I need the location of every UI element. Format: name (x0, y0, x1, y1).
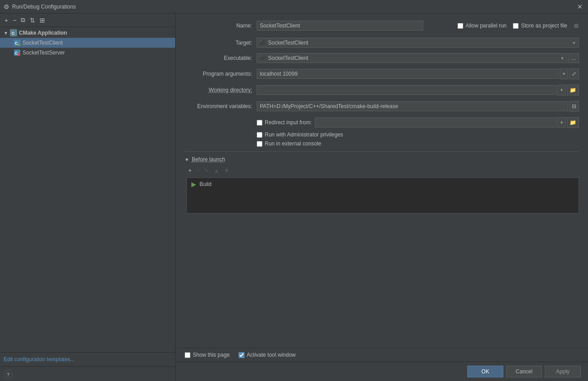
svg-text:C: C (12, 31, 15, 36)
show-this-page-label: Show this page (193, 352, 230, 358)
right-panel: Name: Allow parallel run Store as projec… (176, 14, 588, 381)
settings-gear-icon[interactable]: ⚙ (574, 23, 579, 29)
cmake-client-icon: C (14, 39, 21, 46)
env-vars-input-area: ⊟ (257, 101, 579, 112)
name-label: Name: (185, 23, 257, 29)
launch-remove-button[interactable]: − (194, 166, 202, 175)
working-dir-input-area: + 📁 (257, 85, 579, 95)
tree-group-cmake[interactable]: ▼ C CMake Application (0, 28, 175, 38)
redirect-input-label: Redirect input from: (265, 119, 312, 126)
launch-toolbar: + − ✎ ▲ ▼ (185, 166, 579, 175)
launch-item-build[interactable]: ▶ Build (189, 180, 577, 189)
allow-parallel-run-checkbox[interactable] (457, 23, 463, 29)
help-button[interactable]: ? (4, 370, 13, 379)
run-external-console-label: Run in external console (265, 141, 321, 147)
redirect-input-field[interactable] (315, 118, 556, 127)
before-launch-header[interactable]: ▼ Before launch (185, 156, 579, 163)
name-left: Name: (185, 21, 423, 31)
target-select[interactable]: ⬛ SocketTestClient (257, 38, 579, 48)
activate-tool-window-checkbox-label[interactable]: Activate tool window (239, 352, 296, 358)
program-args-row: Program arguments: + ⤢ (185, 68, 579, 79)
env-vars-input[interactable] (257, 101, 568, 111)
name-row: Name: Allow parallel run Store as projec… (185, 21, 579, 31)
redirect-add-button[interactable]: + (557, 117, 566, 128)
title-bar: ⚙ Run/Debug Configurations ✕ (0, 0, 588, 14)
move-configuration-button[interactable]: ⇅ (28, 16, 37, 25)
run-external-console-row: Run in external console (185, 141, 579, 147)
cmake-group-icon: C (10, 29, 17, 36)
program-args-input-area: + ⤢ (257, 68, 579, 79)
target-label: Target: (185, 40, 257, 46)
launch-move-up-button[interactable]: ▲ (212, 166, 221, 175)
store-as-project-file-checkbox[interactable] (513, 23, 519, 29)
tree-item-socket-test-client[interactable]: C SocketTestClient (0, 38, 175, 48)
remove-configuration-button[interactable]: − (11, 16, 18, 25)
tree-expand-arrow: ▼ (4, 31, 8, 36)
working-dir-label: Working directory: (185, 87, 257, 93)
working-dir-input[interactable] (257, 85, 556, 95)
sort-configurations-button[interactable]: ⊞ (38, 16, 47, 25)
store-as-project-file-label: Store as project file (521, 23, 567, 29)
executable-select[interactable]: ⬛ SocketTestClient (257, 53, 567, 63)
working-dir-browse-button[interactable]: 📁 (567, 85, 579, 95)
redirect-input-checkbox-label[interactable]: Redirect input from: (257, 119, 312, 126)
program-args-expand-button[interactable]: ⤢ (569, 68, 579, 79)
svg-text:C: C (15, 51, 18, 55)
configuration-tree: ▼ C CMake Application C (0, 27, 175, 352)
launch-move-down-button[interactable]: ▼ (222, 166, 231, 175)
program-args-input[interactable] (257, 69, 559, 79)
left-panel: + − ⧉ ⇅ ⊞ ▼ C CMake Application (0, 14, 176, 381)
run-external-console-checkbox[interactable] (257, 141, 262, 147)
launch-edit-button[interactable]: ✎ (202, 166, 211, 175)
env-vars-row: Environment variables: ⊟ (185, 101, 579, 112)
executable-browse-button[interactable]: ... (568, 53, 579, 63)
bottom-checkboxes: Show this page Activate tool window (176, 348, 588, 362)
add-configuration-button[interactable]: + (3, 16, 10, 25)
run-admin-checkbox-label[interactable]: Run with Administrator privileges (257, 132, 343, 138)
target-select-wrapper: ⬛ SocketTestClient ▼ (257, 38, 579, 48)
svg-point-4 (18, 43, 20, 46)
name-options: Allow parallel run Store as project file… (457, 23, 579, 29)
allow-parallel-run-checkbox-label[interactable]: Allow parallel run (457, 23, 507, 29)
tree-item-server-label: SocketTestServer (23, 50, 65, 56)
cancel-button[interactable]: Cancel (506, 366, 542, 377)
title-bar-left: ⚙ Run/Debug Configurations (4, 3, 76, 10)
executable-row: Executable: ⬛ SocketTestClient ▼ ... (185, 53, 579, 63)
build-arrow-icon: ▶ (191, 181, 196, 188)
run-admin-label: Run with Administrator privileges (265, 132, 343, 138)
run-admin-row: Run with Administrator privileges (185, 132, 579, 138)
redirect-browse-button[interactable]: 📁 (567, 117, 579, 128)
copy-configuration-button[interactable]: ⧉ (19, 15, 27, 25)
before-launch-list: ▶ Build (186, 177, 579, 213)
run-admin-checkbox[interactable] (257, 132, 262, 138)
redirect-input-checkbox[interactable] (257, 120, 262, 126)
launch-item-build-label: Build (199, 181, 212, 187)
name-input[interactable] (257, 21, 423, 31)
left-bottom-area: Edit configuration templates... (0, 352, 175, 366)
store-as-project-file-checkbox-label[interactable]: Store as project file (513, 23, 567, 29)
tree-item-socket-test-server[interactable]: C SocketTestServer (0, 48, 175, 58)
env-vars-edit-button[interactable]: ⊟ (569, 101, 579, 112)
before-launch-collapse-icon: ▼ (185, 157, 189, 162)
app-icon: ⚙ (4, 3, 9, 10)
build-icon: ▶ (190, 181, 197, 187)
ok-button[interactable]: OK (467, 366, 503, 377)
close-button[interactable]: ✕ (575, 2, 584, 11)
svg-point-7 (18, 53, 20, 56)
show-this-page-checkbox[interactable] (185, 352, 190, 358)
window-title: Run/Debug Configurations (12, 4, 76, 10)
target-row: Target: ⬛ SocketTestClient ▼ (185, 38, 579, 48)
edit-templates-link[interactable]: Edit configuration templates... (4, 356, 75, 363)
run-external-console-checkbox-label[interactable]: Run in external console (257, 141, 321, 147)
apply-button[interactable]: Apply (545, 366, 581, 377)
svg-text:C: C (15, 41, 18, 45)
env-vars-label: Environment variables: (185, 103, 257, 109)
working-dir-add-button[interactable]: + (557, 85, 566, 95)
allow-parallel-run-label: Allow parallel run (466, 23, 507, 29)
show-this-page-checkbox-label[interactable]: Show this page (185, 352, 230, 358)
form-area: Name: Allow parallel run Store as projec… (176, 14, 588, 348)
section-divider (185, 151, 579, 152)
program-args-add-button[interactable]: + (560, 68, 568, 79)
launch-add-button[interactable]: + (186, 166, 194, 175)
activate-tool-window-checkbox[interactable] (239, 352, 244, 358)
